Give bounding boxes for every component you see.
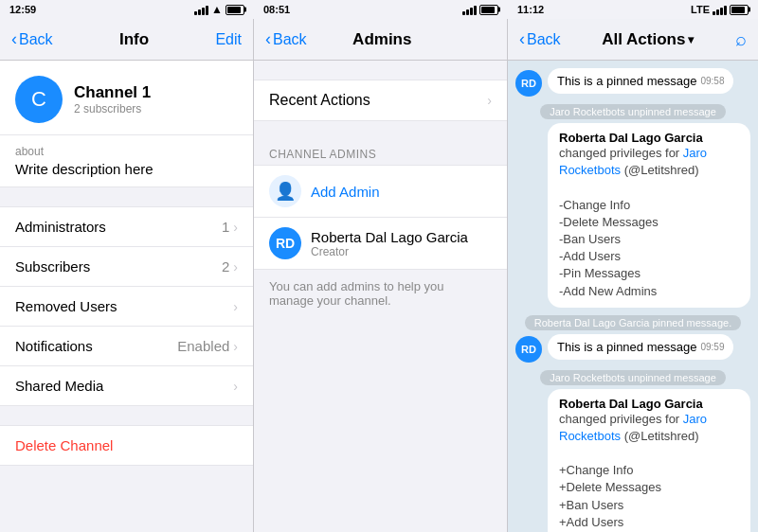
notifications-item[interactable]: Notifications Enabled › — [0, 327, 253, 366]
about-section: about Write description here — [0, 135, 253, 187]
pinned-message-text-2: This is a pinned message — [557, 340, 696, 354]
recent-actions-item[interactable]: Recent Actions › — [254, 80, 507, 121]
admins-back-button[interactable]: ‹ Back — [265, 29, 307, 49]
removed-users-label: Removed Users — [15, 298, 117, 314]
channel-subscribers-count: 2 subscribers — [74, 102, 151, 115]
info-panel: ‹ Back Info Edit C Channel 1 2 subscribe… — [0, 19, 254, 532]
msg-avatar-2: RD — [515, 336, 542, 363]
notifications-chevron-icon: › — [233, 339, 238, 354]
admin-info: Roberta Dal Lago Garcia Creator — [311, 229, 492, 258]
system-badge-2: Roberta Dal Lago Garcia pinned message. — [515, 313, 750, 330]
add-admin-icon: 👤 — [269, 175, 301, 207]
shared-media-label: Shared Media — [15, 378, 103, 394]
notifications-right: Enabled › — [177, 338, 238, 354]
pinned-message-text: This is a pinned message — [557, 74, 696, 88]
msg-time-2: 09:59 — [700, 342, 724, 352]
chat-area[interactable]: RD This is a pinned message 09:58 Jaro R… — [508, 61, 758, 532]
subscribers-item[interactable]: Subscribers 2 › — [0, 247, 253, 287]
admins-panel: ‹ Back Admins Recent Actions › CHANNEL A… — [254, 19, 508, 532]
info-edit-button[interactable]: Edit — [215, 31, 242, 48]
administrators-chevron-icon: › — [233, 220, 238, 235]
msg-avatar: RD — [515, 70, 542, 97]
info-title: Info — [119, 30, 149, 49]
status-bar-2: 08:51 — [254, 0, 508, 19]
channel-avatar: C — [15, 76, 63, 123]
all-actions-back-button[interactable]: ‹ Back — [519, 29, 561, 49]
action-text-1: changed privileges for Jaro Rocketbots (… — [559, 145, 739, 300]
about-text: Write description here — [15, 161, 238, 177]
all-actions-title-group[interactable]: All Actions ▾ — [602, 30, 694, 49]
action-message-1: Roberta Dal Lago Garcia changed privileg… — [548, 123, 750, 308]
battery-icon-3 — [730, 5, 749, 15]
time-1: 12:59 — [9, 4, 36, 15]
back-chevron-icon-3: ‹ — [519, 29, 525, 49]
subscribers-label: Subscribers — [15, 258, 90, 275]
system-badge-1: Jaro Rocketbots unpinned message — [515, 102, 750, 119]
status-bars: 12:59 ▲ 08:51 — [0, 0, 758, 19]
battery-icon-2 — [479, 5, 498, 15]
battery-icon-1 — [226, 5, 244, 15]
shared-media-item[interactable]: Shared Media › — [0, 366, 253, 405]
all-actions-nav: ‹ Back All Actions ▾ ⌕ — [508, 19, 758, 61]
recent-actions-label: Recent Actions — [269, 92, 370, 109]
admin-row: RD Roberta Dal Lago Garcia Creator — [254, 218, 507, 270]
administrators-label: Administrators — [15, 219, 106, 235]
system-badge-text-1: Jaro Rocketbots unpinned message — [540, 104, 726, 119]
add-admin-label: Add Admin — [311, 184, 380, 200]
removed-users-item[interactable]: Removed Users › — [0, 287, 253, 327]
admin-avatar: RD — [269, 227, 301, 259]
icons-2 — [462, 4, 498, 15]
delete-channel-button[interactable]: Delete Channel — [0, 426, 253, 465]
admins-title: Admins — [352, 30, 411, 49]
status-bar-3: 11:12 LTE — [508, 0, 758, 19]
time-2: 08:51 — [263, 4, 290, 15]
all-actions-back-label: Back — [527, 31, 561, 48]
channel-admins-header: CHANNEL ADMINS — [254, 140, 507, 165]
signal-icon-3 — [713, 4, 727, 15]
back-chevron-icon-2: ‹ — [265, 29, 271, 49]
channel-name: Channel 1 — [74, 83, 151, 102]
dropdown-arrow-icon: ▾ — [688, 33, 694, 46]
notifications-value: Enabled — [177, 338, 229, 354]
search-button[interactable]: ⌕ — [735, 28, 747, 50]
subscribers-right: 2 › — [222, 258, 238, 275]
time-3: 11:12 — [517, 4, 544, 15]
admins-content: Recent Actions › CHANNEL ADMINS 👤 Add Ad… — [254, 61, 507, 532]
subscribers-chevron-icon: › — [233, 259, 238, 275]
system-badge-3: Jaro Rocketbots unpinned message — [515, 368, 750, 385]
person-plus-icon: 👤 — [275, 181, 296, 202]
lte-label: LTE — [691, 4, 710, 15]
info-back-button[interactable]: ‹ Back — [11, 29, 53, 49]
admin-name: Roberta Dal Lago Garcia — [311, 229, 492, 245]
add-admin-item[interactable]: 👤 Add Admin — [254, 165, 507, 218]
administrators-item[interactable]: Administrators 1 › — [0, 207, 253, 247]
pinned-message-bubble: This is a pinned message 09:58 — [548, 68, 733, 94]
system-badge-text-3: Jaro Rocketbots unpinned message — [540, 370, 726, 385]
action-message-2: Roberta Dal Lago Garcia changed privileg… — [548, 389, 750, 532]
administrators-right: 1 › — [222, 219, 238, 235]
recent-actions-chevron-icon: › — [487, 93, 492, 108]
message-row: RD This is a pinned message 09:58 — [515, 68, 750, 97]
icons-1: ▲ — [194, 3, 244, 16]
removed-users-chevron-icon: › — [233, 299, 238, 314]
administrators-count: 1 — [222, 219, 229, 235]
about-label: about — [15, 145, 238, 158]
notifications-label: Notifications — [15, 338, 93, 354]
removed-users-right: › — [233, 299, 238, 314]
shared-media-chevron-icon: › — [233, 379, 238, 394]
info-back-label: Back — [19, 31, 53, 48]
info-list-section: Administrators 1 › Subscribers 2 › Remov… — [0, 206, 253, 406]
action-sender-1: Roberta Dal Lago Garcia — [559, 131, 739, 145]
msg-time-1: 09:58 — [700, 76, 724, 86]
all-actions-panel: ‹ Back All Actions ▾ ⌕ RD This is a pinn… — [508, 19, 758, 532]
admins-back-label: Back — [273, 31, 307, 48]
channel-header: C Channel 1 2 subscribers — [0, 61, 253, 135]
system-badge-text-2: Roberta Dal Lago Garcia pinned message. — [525, 315, 742, 330]
shared-media-right: › — [233, 379, 238, 394]
admin-note: You can add admins to help you manage yo… — [254, 270, 507, 317]
admin-role: Creator — [311, 245, 492, 258]
all-actions-title: All Actions — [602, 30, 685, 49]
action-link-1: Jaro Rocketbots — [559, 146, 707, 177]
action-link-2: Jaro Rocketbots — [559, 412, 707, 443]
status-bar-1: 12:59 ▲ — [0, 0, 254, 19]
